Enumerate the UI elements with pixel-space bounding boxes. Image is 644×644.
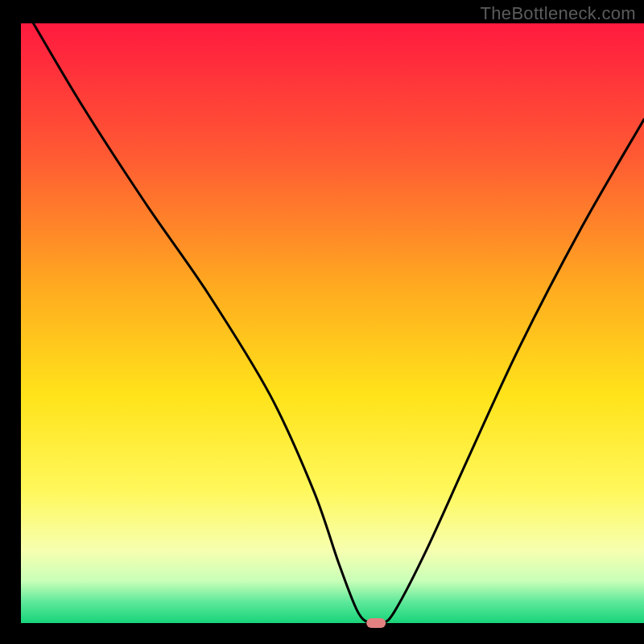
bottleneck-chart: [0, 0, 644, 644]
valley-marker: [366, 618, 386, 628]
plot-background: [21, 23, 644, 623]
chart-stage: TheBottleneck.com: [0, 0, 644, 644]
